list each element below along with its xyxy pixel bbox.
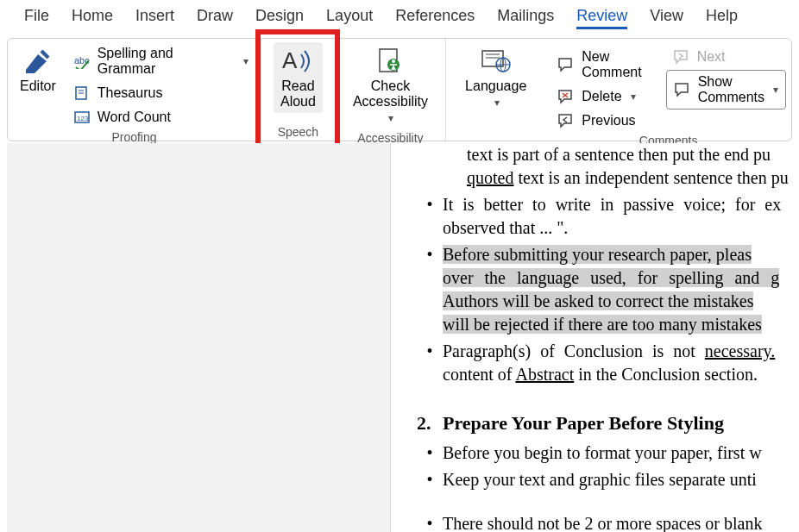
tab-layout[interactable]: Layout (326, 7, 373, 29)
tab-insert[interactable]: Insert (135, 7, 174, 29)
bullet-icon: • (417, 340, 443, 386)
group-language: Language▾ (446, 39, 545, 141)
language-button[interactable]: Language▾ (458, 42, 533, 114)
comment-icon (557, 57, 575, 72)
menu-tabs: File Home Insert Draw Design Layout Refe… (0, 0, 799, 36)
chevron-down-icon: ▾ (494, 97, 500, 109)
chevron-down-icon: ▾ (388, 112, 393, 124)
svg-text:A: A (282, 47, 298, 73)
text-fragment: Paragraph(s) of Conclusion is not (443, 341, 705, 360)
heading-text: Prepare Your Paper Before Styling (443, 410, 724, 436)
svg-point-9 (392, 59, 395, 63)
word-count-button[interactable]: 123 Word Count (66, 106, 255, 128)
text-fragment: in the Conclusion section. (574, 365, 758, 384)
check-accessibility-label-1: Check (371, 78, 410, 93)
next-comment-button: Next (666, 46, 786, 68)
tab-file[interactable]: File (24, 7, 49, 29)
chevron-down-icon: ▾ (631, 91, 636, 103)
tab-design[interactable]: Design (255, 7, 304, 29)
text-underlined: Abstract (515, 365, 574, 384)
text-selected: Before submitting your research paper, p… (443, 245, 752, 264)
text-fragment: observed that ... ". (443, 218, 568, 237)
chevron-down-icon: ▾ (243, 55, 249, 67)
show-comments-icon (674, 82, 691, 97)
word-count-label: Word Count (98, 110, 171, 125)
tab-view[interactable]: View (650, 7, 683, 29)
new-comment-label: New Comment (582, 49, 641, 80)
editor-button[interactable]: Editor (13, 42, 63, 97)
editor-label: Editor (20, 78, 56, 94)
text-underlined: necessary. (705, 341, 775, 360)
check-accessibility-label-2: Accessibility (353, 94, 428, 109)
group-speech: A ReadAloud Speech (261, 39, 336, 141)
text-fragment: content of (443, 365, 515, 384)
read-aloud-label-2: Aloud (280, 94, 316, 109)
spelling-label: Spelling and Grammar (98, 46, 235, 77)
tab-review[interactable]: Review (576, 7, 627, 29)
word-count-icon: 123 (73, 110, 91, 125)
tab-help[interactable]: Help (706, 7, 738, 29)
spelling-grammar-button[interactable]: abc Spelling and Grammar ▾ (66, 42, 255, 80)
chevron-down-icon: ▾ (773, 84, 778, 96)
editor-icon (22, 46, 53, 77)
spelling-icon: abc (73, 53, 91, 69)
svg-text:abc: abc (74, 55, 90, 66)
tab-draw[interactable]: Draw (197, 7, 233, 29)
show-comments-label: Show Comments (698, 74, 764, 105)
group-accessibility: CheckAccessibility ▾ Accessibility (336, 39, 446, 141)
page-margin (7, 143, 390, 532)
read-aloud-label-1: Read (281, 78, 314, 93)
bullet-icon: • (417, 512, 443, 532)
bullet-icon: • (417, 193, 443, 240)
read-aloud-icon: A (280, 46, 315, 77)
ribbon: Editor abc Spelling and Grammar ▾ Thesau… (7, 38, 792, 141)
previous-comment-button[interactable]: Previous (550, 110, 648, 132)
text-fragment: text is part of a sentence then put the … (467, 145, 771, 164)
delete-comment-button[interactable]: Delete ▾ (550, 85, 648, 108)
group-comments: New Comment Delete ▾ Previous Next (545, 39, 791, 141)
document-area: text is part of a sentence then put the … (7, 143, 799, 532)
accessibility-icon (374, 46, 406, 77)
heading-number: 2. (417, 410, 443, 436)
text-fragment: It is better to write in passive voice; … (443, 195, 781, 214)
text-fragment: Keep your text and graphic files separat… (443, 468, 799, 491)
text-selected: will be rejected if there are too many m… (443, 315, 762, 334)
read-aloud-button[interactable]: A ReadAloud (274, 42, 323, 113)
tab-home[interactable]: Home (72, 7, 113, 29)
previous-comment-icon (557, 113, 575, 128)
check-accessibility-button[interactable]: CheckAccessibility ▾ (341, 42, 440, 129)
thesaurus-label: Thesaurus (98, 85, 163, 101)
language-icon (479, 46, 513, 77)
bullet-icon: • (417, 468, 443, 491)
text-selected: Authors will be asked to correct the mis… (443, 291, 753, 310)
bullet-icon: • (417, 243, 443, 336)
delete-comment-icon (557, 89, 575, 104)
thesaurus-button[interactable]: Thesaurus (66, 82, 255, 104)
text-underlined: quoted (467, 168, 513, 187)
text-fragment: There should not be 2 or more spaces or … (443, 512, 799, 532)
next-comment-label: Next (697, 49, 726, 65)
tab-references[interactable]: References (395, 7, 475, 29)
previous-comment-label: Previous (582, 113, 635, 128)
text-selected: over the language used, for spelling and… (443, 268, 779, 287)
document-page[interactable]: text is part of a sentence then put the … (390, 143, 799, 532)
language-label: Language (465, 78, 526, 93)
svg-text:123: 123 (77, 115, 89, 122)
thesaurus-icon (73, 85, 91, 101)
show-comments-button[interactable]: Show Comments ▾ (666, 70, 786, 110)
tab-mailings[interactable]: Mailings (497, 7, 554, 29)
new-comment-button[interactable]: New Comment (550, 46, 648, 84)
text-fragment: text is an independent sentence then pu (513, 168, 788, 187)
text-fragment: Before you begin to format your paper, f… (443, 441, 799, 465)
bullet-icon: • (417, 441, 443, 465)
group-label-speech: Speech (278, 123, 318, 141)
group-proofing: Editor abc Spelling and Grammar ▾ Thesau… (8, 39, 261, 141)
delete-comment-label: Delete (582, 89, 621, 104)
next-comment-icon (673, 49, 690, 65)
